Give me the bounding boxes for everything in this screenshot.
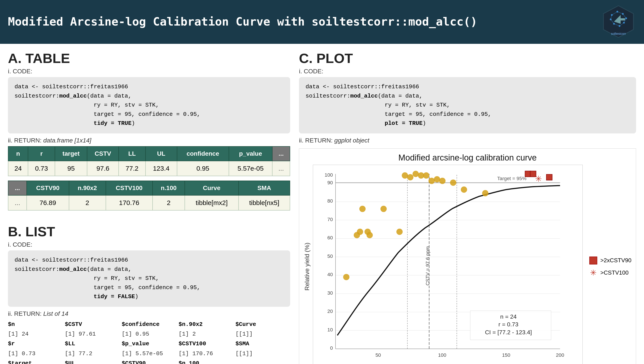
list-item-target-name: $target	[8, 358, 63, 364]
plot-title: Modified arcsine-log calibration curve	[304, 153, 631, 162]
list-item-n-name: $n	[8, 320, 63, 329]
section-b-code-label: i. CODE:	[8, 241, 290, 248]
scatter-point	[380, 206, 387, 212]
section-c-return-label: ii. RETURN: ggplot object	[299, 137, 636, 144]
list-col-1: $n [1] 24 $r [1] 0.73 $target [1] 90	[8, 320, 63, 364]
scatter-point	[423, 172, 430, 179]
svg-text:0: 0	[330, 345, 333, 351]
main-content: A. TABLE i. CODE: data <- soiltestcorr::…	[0, 44, 644, 364]
th2-n90x2: n.90x2	[69, 181, 106, 195]
scatter-point	[439, 178, 446, 184]
scatter-point	[343, 274, 349, 280]
td2-ellipsis: ...	[8, 195, 27, 210]
scatter-point-star: ✳	[535, 174, 542, 184]
scatter-point	[396, 228, 403, 235]
td-n: 24	[8, 161, 28, 176]
scatter-point	[366, 232, 373, 238]
svg-text:40: 40	[327, 272, 333, 277]
svg-text:80: 80	[327, 198, 333, 204]
section-a-title: A. TABLE	[8, 50, 290, 66]
section-a-return-label: ii. RETURN: data.frame [1x14]	[8, 137, 290, 144]
scatter-point	[450, 180, 456, 186]
th-ul: UL	[145, 146, 177, 161]
list-item-r-name: $r	[8, 339, 63, 348]
list-item-cstv-val: [1] 97.61	[65, 329, 119, 339]
svg-text:90: 90	[327, 180, 333, 186]
list-item-n90x2-val: [1] 2	[178, 329, 233, 339]
svg-text:60: 60	[327, 235, 333, 240]
table-row: ... 76.89 2 170.76 2 tibble[mx2] tibble[…	[8, 195, 290, 210]
th-confidence: confidence	[177, 146, 229, 161]
list-col-3: $confidence [1] 0.95 $p_value [1] 5.57e-…	[122, 320, 176, 364]
target-label: Target = 95%	[497, 176, 527, 181]
scatter-point	[402, 172, 408, 179]
td-cstv: 97.6	[87, 161, 118, 176]
th2-cstv100: CSTV100	[106, 181, 153, 195]
legend-item-square: >2xCSTV90	[589, 256, 631, 264]
list-item-cstv100-name: $CSTV100	[178, 339, 233, 348]
list-item-cstv-name: $CSTV	[65, 320, 119, 329]
legend-box-square	[589, 256, 597, 264]
svg-text:20: 20	[327, 308, 333, 314]
list-item-curve-val: [[1]]	[236, 329, 290, 339]
td-ellipsis: ...	[272, 161, 290, 176]
td-pvalue: 5.57e-05	[229, 161, 273, 176]
section-a-code: data <- soiltestcorr::freitas1966 soilte…	[8, 77, 290, 134]
scatter-point	[434, 176, 440, 182]
svg-text:50: 50	[375, 352, 381, 358]
list-item-ll-name: $LL	[65, 339, 119, 348]
svg-text:150: 150	[502, 352, 510, 358]
list-item-n90x2-name: $n.90x2	[178, 320, 233, 329]
td2-cstv100: 170.76	[106, 195, 153, 210]
scatter-point	[359, 206, 366, 212]
page-header: Modified Arcsine-log Calibration Curve w…	[0, 0, 644, 43]
plot-area: Modified arcsine-log calibration curve R…	[299, 148, 636, 364]
plot-y-label: Relative yield (%)	[304, 165, 311, 364]
list-item-sma-val: [[1]]	[236, 349, 290, 358]
scatter-point	[428, 178, 435, 184]
list-item-ll-val: [1] 77.2	[65, 349, 119, 358]
th2-cstv90: CSTV90	[27, 181, 69, 195]
td2-n100: 2	[153, 195, 185, 210]
section-a-return-type: data.frame [1x14]	[43, 137, 91, 144]
legend-item-star: ✳ >CSTV100	[589, 269, 631, 277]
table-1: n r target CSTV LL UL confidence p_value…	[8, 146, 290, 176]
section-b-title: B. LIST	[8, 224, 290, 239]
scatter-point	[357, 228, 363, 235]
td-ul: 123.4	[145, 161, 177, 176]
scatter-point	[407, 174, 413, 180]
svg-text:CSTV = 97.6 ppm: CSTV = 97.6 ppm	[425, 246, 430, 286]
list-item-n-val: [1] 24	[8, 329, 63, 339]
svg-text:70: 70	[327, 217, 333, 222]
list-item-r-val: [1] 0.73	[8, 349, 63, 358]
svg-text:10: 10	[327, 327, 333, 332]
svg-text:200: 200	[556, 352, 564, 358]
scatter-point	[482, 190, 489, 196]
plot-svg: 0 10 20 30 40 50 60 70 80 90 100 50	[313, 165, 583, 364]
section-c-return-type: ggplot object	[334, 137, 369, 144]
right-panel: C. PLOT i. CODE: data <- soiltestcorr::f…	[299, 50, 636, 364]
svg-text:100: 100	[438, 352, 446, 358]
section-b-return-label: ii. RETURN: List of 14	[8, 310, 290, 317]
title-code: soiltestcorr::mod_alcc()	[312, 15, 477, 28]
list-item-conf-val: [1] 0.95	[122, 329, 176, 339]
stats-r: r = 0.73	[499, 321, 519, 328]
th-cstv: CSTV	[87, 146, 118, 161]
table-row: 24 0.73 95 97.6 77.2 123.4 0.95 5.57e-05…	[8, 161, 290, 176]
th-n: n	[8, 146, 28, 161]
td2-cstv90: 76.89	[27, 195, 69, 210]
th2-curve: Curve	[185, 181, 239, 195]
td-target: 95	[55, 161, 87, 176]
th2-sma: SMA	[239, 181, 290, 195]
list-item-cstv90-name: $CSTV90	[122, 358, 176, 364]
legend-label-star: >CSTV100	[600, 269, 628, 276]
th2-n100: n.100	[153, 181, 185, 195]
stats-n: n = 24	[500, 313, 517, 320]
stats-ci: CI = [77.2 - 123.4]	[485, 329, 532, 336]
svg-text:soiltestcorr: soiltestcorr	[611, 32, 626, 36]
plot-svg-wrap: 0 10 20 30 40 50 60 70 80 90 100 50	[313, 165, 583, 364]
list-item-cstv100-val: [1] 170.76	[178, 349, 233, 358]
th-target: target	[55, 146, 87, 161]
list-items-grid: $n [1] 24 $r [1] 0.73 $target [1] 90 $CS…	[8, 320, 290, 364]
table-2: ... CSTV90 n.90x2 CSTV100 n.100 Curve SM…	[8, 180, 290, 210]
